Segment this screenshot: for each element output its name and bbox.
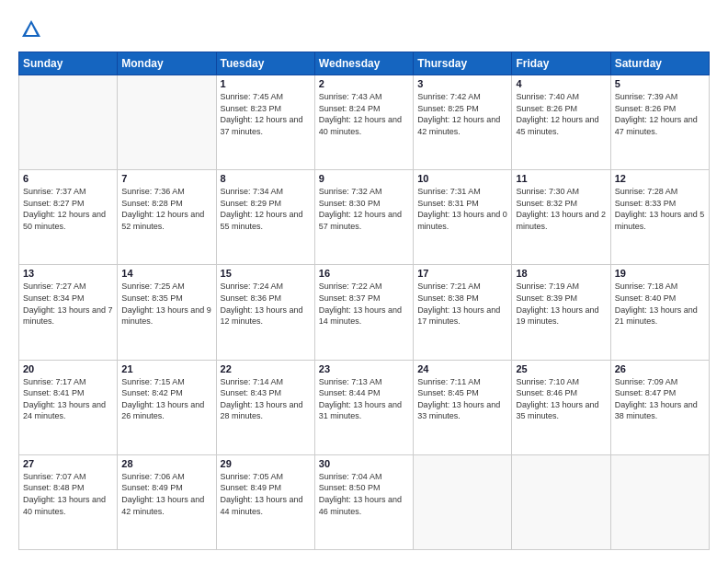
day-cell: 17Sunrise: 7:21 AM Sunset: 8:38 PM Dayli… [414, 265, 512, 360]
day-number: 8 [221, 173, 311, 184]
day-number: 15 [221, 268, 311, 279]
logo-icon [18, 17, 44, 42]
day-info: Sunrise: 7:13 AM Sunset: 8:44 PM Dayligh… [319, 376, 409, 422]
day-cell: 30Sunrise: 7:04 AM Sunset: 8:50 PM Dayli… [314, 454, 413, 549]
day-info: Sunrise: 7:40 AM Sunset: 8:26 PM Dayligh… [516, 91, 606, 137]
day-info: Sunrise: 7:31 AM Sunset: 8:31 PM Dayligh… [417, 186, 507, 232]
day-number: 6 [23, 173, 113, 184]
day-info: Sunrise: 7:06 AM Sunset: 8:49 PM Dayligh… [121, 471, 211, 517]
day-info: Sunrise: 7:36 AM Sunset: 8:28 PM Dayligh… [121, 186, 211, 232]
page: SundayMondayTuesdayWednesdayThursdayFrid… [0, 0, 728, 563]
day-cell [118, 75, 216, 170]
day-number: 30 [319, 458, 409, 469]
day-number: 23 [319, 363, 409, 374]
day-info: Sunrise: 7:21 AM Sunset: 8:38 PM Dayligh… [417, 281, 507, 327]
day-cell: 27Sunrise: 7:07 AM Sunset: 8:48 PM Dayli… [19, 454, 118, 549]
day-cell: 2Sunrise: 7:43 AM Sunset: 8:24 PM Daylig… [314, 75, 413, 170]
day-cell: 19Sunrise: 7:18 AM Sunset: 8:40 PM Dayli… [610, 265, 709, 360]
day-info: Sunrise: 7:17 AM Sunset: 8:41 PM Dayligh… [23, 376, 113, 422]
col-header-monday: Monday [118, 52, 216, 75]
week-row-4: 27Sunrise: 7:07 AM Sunset: 8:48 PM Dayli… [19, 454, 710, 549]
day-number: 13 [23, 268, 113, 279]
day-number: 3 [417, 78, 507, 89]
day-number: 25 [516, 363, 606, 374]
day-info: Sunrise: 7:14 AM Sunset: 8:43 PM Dayligh… [221, 376, 311, 422]
day-info: Sunrise: 7:34 AM Sunset: 8:29 PM Dayligh… [221, 186, 311, 232]
day-cell [610, 454, 709, 549]
logo [18, 17, 48, 42]
day-cell: 1Sunrise: 7:45 AM Sunset: 8:23 PM Daylig… [216, 75, 314, 170]
day-cell: 16Sunrise: 7:22 AM Sunset: 8:37 PM Dayli… [314, 265, 413, 360]
day-number: 24 [417, 363, 507, 374]
day-cell: 14Sunrise: 7:25 AM Sunset: 8:35 PM Dayli… [118, 265, 216, 360]
day-info: Sunrise: 7:28 AM Sunset: 8:33 PM Dayligh… [615, 186, 705, 232]
day-cell: 24Sunrise: 7:11 AM Sunset: 8:45 PM Dayli… [414, 360, 512, 454]
day-number: 2 [319, 78, 409, 89]
day-number: 10 [417, 173, 507, 184]
day-info: Sunrise: 7:25 AM Sunset: 8:35 PM Dayligh… [121, 281, 211, 327]
day-cell: 28Sunrise: 7:06 AM Sunset: 8:49 PM Dayli… [118, 454, 216, 549]
col-header-saturday: Saturday [610, 52, 709, 75]
day-info: Sunrise: 7:24 AM Sunset: 8:36 PM Dayligh… [221, 281, 311, 327]
day-number: 28 [121, 458, 211, 469]
col-header-sunday: Sunday [19, 52, 118, 75]
day-cell: 15Sunrise: 7:24 AM Sunset: 8:36 PM Dayli… [216, 265, 314, 360]
day-cell [512, 454, 610, 549]
day-cell [414, 454, 512, 549]
day-info: Sunrise: 7:09 AM Sunset: 8:47 PM Dayligh… [615, 376, 705, 422]
week-row-1: 6Sunrise: 7:37 AM Sunset: 8:27 PM Daylig… [19, 170, 710, 265]
week-row-3: 20Sunrise: 7:17 AM Sunset: 8:41 PM Dayli… [19, 360, 710, 454]
day-info: Sunrise: 7:11 AM Sunset: 8:45 PM Dayligh… [417, 376, 507, 422]
day-info: Sunrise: 7:32 AM Sunset: 8:30 PM Dayligh… [319, 186, 409, 232]
day-cell: 26Sunrise: 7:09 AM Sunset: 8:47 PM Dayli… [610, 360, 709, 454]
day-cell: 20Sunrise: 7:17 AM Sunset: 8:41 PM Dayli… [19, 360, 118, 454]
day-info: Sunrise: 7:18 AM Sunset: 8:40 PM Dayligh… [615, 281, 705, 327]
day-number: 14 [121, 268, 211, 279]
col-header-wednesday: Wednesday [314, 52, 413, 75]
day-number: 18 [516, 268, 606, 279]
day-cell: 13Sunrise: 7:27 AM Sunset: 8:34 PM Dayli… [19, 265, 118, 360]
day-number: 22 [221, 363, 311, 374]
day-number: 21 [121, 363, 211, 374]
day-cell: 9Sunrise: 7:32 AM Sunset: 8:30 PM Daylig… [314, 170, 413, 265]
col-header-friday: Friday [512, 52, 610, 75]
day-number: 9 [319, 173, 409, 184]
day-info: Sunrise: 7:22 AM Sunset: 8:37 PM Dayligh… [319, 281, 409, 327]
day-cell: 29Sunrise: 7:05 AM Sunset: 8:49 PM Dayli… [216, 454, 314, 549]
day-number: 1 [221, 78, 311, 89]
calendar-table: SundayMondayTuesdayWednesdayThursdayFrid… [18, 52, 710, 550]
day-cell: 8Sunrise: 7:34 AM Sunset: 8:29 PM Daylig… [216, 170, 314, 265]
day-cell: 7Sunrise: 7:36 AM Sunset: 8:28 PM Daylig… [118, 170, 216, 265]
day-info: Sunrise: 7:07 AM Sunset: 8:48 PM Dayligh… [23, 471, 113, 517]
day-info: Sunrise: 7:05 AM Sunset: 8:49 PM Dayligh… [221, 471, 311, 517]
day-cell: 4Sunrise: 7:40 AM Sunset: 8:26 PM Daylig… [512, 75, 610, 170]
col-header-thursday: Thursday [414, 52, 512, 75]
day-info: Sunrise: 7:27 AM Sunset: 8:34 PM Dayligh… [23, 281, 113, 327]
day-number: 16 [319, 268, 409, 279]
day-cell: 18Sunrise: 7:19 AM Sunset: 8:39 PM Dayli… [512, 265, 610, 360]
day-info: Sunrise: 7:15 AM Sunset: 8:42 PM Dayligh… [121, 376, 211, 422]
day-number: 7 [121, 173, 211, 184]
day-number: 27 [23, 458, 113, 469]
day-info: Sunrise: 7:45 AM Sunset: 8:23 PM Dayligh… [221, 91, 311, 137]
header [18, 17, 710, 42]
day-cell [19, 75, 118, 170]
day-number: 17 [417, 268, 507, 279]
day-number: 12 [615, 173, 705, 184]
day-cell: 21Sunrise: 7:15 AM Sunset: 8:42 PM Dayli… [118, 360, 216, 454]
day-info: Sunrise: 7:04 AM Sunset: 8:50 PM Dayligh… [319, 471, 409, 517]
col-header-tuesday: Tuesday [216, 52, 314, 75]
day-number: 11 [516, 173, 606, 184]
day-info: Sunrise: 7:39 AM Sunset: 8:26 PM Dayligh… [615, 91, 705, 137]
day-cell: 10Sunrise: 7:31 AM Sunset: 8:31 PM Dayli… [414, 170, 512, 265]
week-row-2: 13Sunrise: 7:27 AM Sunset: 8:34 PM Dayli… [19, 265, 710, 360]
day-cell: 5Sunrise: 7:39 AM Sunset: 8:26 PM Daylig… [610, 75, 709, 170]
day-cell: 11Sunrise: 7:30 AM Sunset: 8:32 PM Dayli… [512, 170, 610, 265]
day-cell: 6Sunrise: 7:37 AM Sunset: 8:27 PM Daylig… [19, 170, 118, 265]
day-cell: 3Sunrise: 7:42 AM Sunset: 8:25 PM Daylig… [414, 75, 512, 170]
day-info: Sunrise: 7:43 AM Sunset: 8:24 PM Dayligh… [319, 91, 409, 137]
day-number: 4 [516, 78, 606, 89]
day-cell: 25Sunrise: 7:10 AM Sunset: 8:46 PM Dayli… [512, 360, 610, 454]
day-number: 26 [615, 363, 705, 374]
day-cell: 23Sunrise: 7:13 AM Sunset: 8:44 PM Dayli… [314, 360, 413, 454]
